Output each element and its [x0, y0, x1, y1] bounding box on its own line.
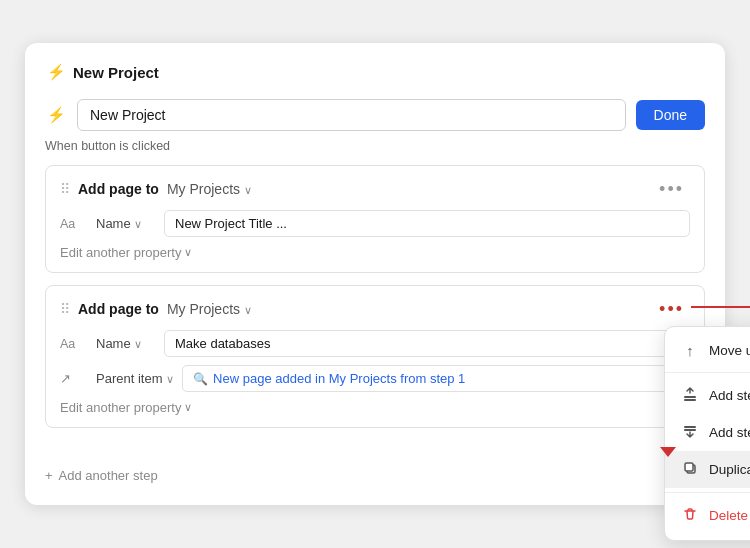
step-1-drag-handle[interactable]: ⠿ [60, 181, 70, 197]
project-badge-title: New Project [73, 64, 159, 81]
add-step-below-icon [681, 423, 699, 442]
ctx-move-up-label: Move up [709, 343, 750, 358]
delete-icon [681, 506, 699, 525]
step-1-name-row: Aa Name ∨ New Project Title ... [60, 210, 690, 237]
bolt-icon-badge: ⚡ [45, 61, 67, 83]
step-2-db-chevron: ∨ [244, 304, 252, 316]
step-1-edit-another-property[interactable]: Edit another property ∨ [60, 245, 690, 260]
step-1-more-button[interactable]: ••• [653, 178, 690, 200]
step-2-name-type: Aa [60, 337, 88, 351]
step-2-header: ⠿ Add page to My Projects ∨ ••• [60, 298, 690, 320]
project-name-input[interactable] [77, 99, 626, 131]
header-row: ⚡ Done [45, 99, 705, 131]
step-2-parent-value[interactable]: 🔍 New page added in My Projects from ste… [182, 365, 690, 392]
step-2-drag-handle[interactable]: ⠿ [60, 301, 70, 317]
step-1-header: ⠿ Add page to My Projects ∨ ••• [60, 178, 690, 200]
ctx-duplicate-below[interactable]: Duplicate below [665, 451, 750, 488]
when-label: When button is clicked [45, 139, 705, 153]
ctx-delete-label: Delete [709, 508, 748, 523]
add-another-step[interactable]: + Add another step [45, 464, 705, 487]
step-2-name-chevron: ∨ [134, 338, 142, 350]
done-button[interactable]: Done [636, 100, 705, 130]
step-1-name-type: Aa [60, 217, 88, 231]
ctx-add-step-above-label: Add step above [709, 388, 750, 403]
arrow-down-indicator [660, 447, 676, 457]
arrow-line-right [691, 306, 750, 308]
step-2-name-label[interactable]: Name ∨ [96, 336, 156, 351]
add-step-above-icon [681, 386, 699, 405]
step-2-name-row: Aa Name ∨ Make databases [60, 330, 690, 357]
ctx-move-up[interactable]: ↑ Move up [665, 333, 750, 368]
step-2-add-page-label: Add page to [78, 301, 159, 317]
project-badge: ⚡ New Project [45, 61, 159, 83]
add-another-step-label: Add another step [59, 468, 158, 483]
step-1-db-name[interactable]: My Projects ∨ [167, 181, 252, 197]
step-1-db-chevron: ∨ [244, 184, 252, 196]
move-up-icon: ↑ [681, 342, 699, 359]
step-2-parent-type: ↗ [60, 371, 88, 386]
bolt-icon-header: ⚡ [45, 104, 67, 126]
ctx-add-step-above[interactable]: Add step above [665, 377, 750, 414]
svg-rect-3 [684, 429, 696, 431]
step-2-edit-another-property[interactable]: Edit another property ∨ [60, 400, 690, 415]
step-1-header-left: ⠿ Add page to My Projects ∨ [60, 181, 252, 197]
svg-rect-5 [685, 463, 693, 471]
search-icon: 🔍 [193, 372, 208, 386]
ctx-delete[interactable]: Delete [665, 497, 750, 534]
add-step-plus-icon: + [45, 468, 53, 483]
ctx-add-step-below[interactable]: Add step below [665, 414, 750, 451]
svg-rect-1 [684, 399, 696, 401]
step-2-more-button[interactable]: ••• [653, 298, 690, 320]
step-2-parent-label[interactable]: Parent item ∨ [96, 371, 174, 386]
ctx-add-step-below-label: Add step below [709, 425, 750, 440]
svg-rect-2 [684, 426, 696, 428]
step-2-header-left: ⠿ Add page to My Projects ∨ [60, 301, 252, 317]
step-1-name-chevron: ∨ [134, 218, 142, 230]
step-1-edit-chevron: ∨ [184, 246, 192, 259]
step-1-card: ⠿ Add page to My Projects ∨ ••• Aa Name … [45, 165, 705, 273]
ctx-divider-2 [665, 492, 750, 493]
step-2-card: ⠿ Add page to My Projects ∨ ••• Aa Name … [45, 285, 705, 428]
step-2-edit-chevron: ∨ [184, 401, 192, 414]
step-2-db-name[interactable]: My Projects ∨ [167, 301, 252, 317]
ctx-duplicate-below-label: Duplicate below [709, 462, 750, 477]
step-1-add-page-label: Add page to [78, 181, 159, 197]
step-2-parent-row: ↗ Parent item ∨ 🔍 New page added in My P… [60, 365, 690, 392]
step-2-parent-chevron: ∨ [166, 373, 174, 385]
step-1-name-label[interactable]: Name ∨ [96, 216, 156, 231]
step-1-name-value: New Project Title ... [164, 210, 690, 237]
step-2-name-value: Make databases [164, 330, 690, 357]
svg-rect-0 [684, 396, 696, 398]
duplicate-below-icon [681, 460, 699, 479]
context-menu: ↑ Move up Add step above [664, 326, 750, 541]
ctx-divider-1 [665, 372, 750, 373]
